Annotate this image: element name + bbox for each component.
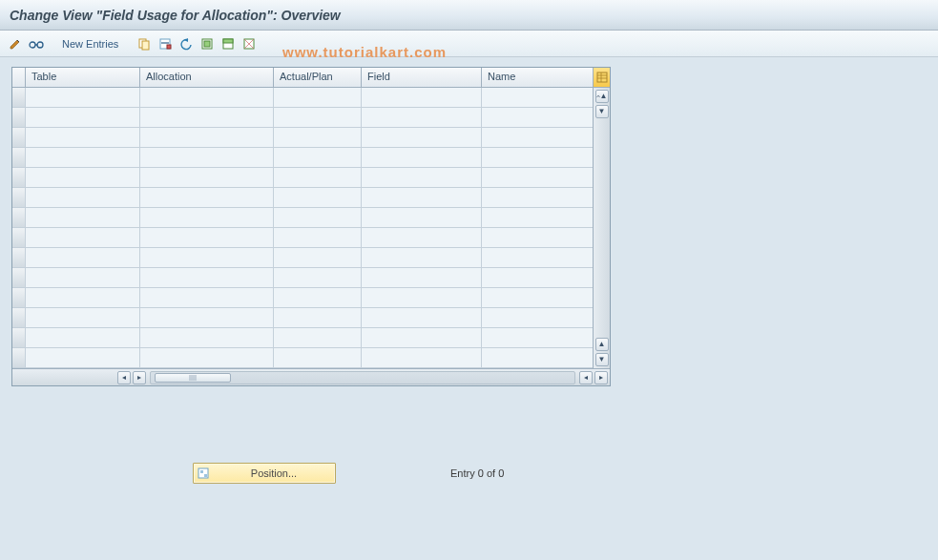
table-cell[interactable] (274, 288, 362, 308)
table-cell[interactable] (140, 208, 274, 228)
table-cell[interactable] (362, 348, 482, 368)
table-cell[interactable] (26, 288, 140, 308)
table-cell[interactable] (140, 188, 274, 208)
table-cell[interactable] (362, 148, 482, 168)
col-header-allocation[interactable]: Allocation (140, 68, 274, 87)
vertical-scrollbar[interactable]: ▲ ▼ ▲ ▼ (593, 88, 610, 368)
col-header-actual-plan[interactable]: Actual/Plan (274, 68, 362, 87)
table-cell[interactable] (26, 308, 140, 328)
hscroll-track[interactable] (150, 371, 575, 384)
table-cell[interactable] (362, 248, 482, 268)
toggle-display-change-button[interactable] (6, 34, 25, 53)
table-cell[interactable] (482, 128, 593, 148)
table-cell[interactable] (140, 108, 274, 128)
table-cell[interactable] (362, 288, 482, 308)
table-cell[interactable] (362, 228, 482, 248)
scroll-left-button[interactable]: ▸ (133, 371, 146, 384)
table-cell[interactable] (274, 108, 362, 128)
table-cell[interactable] (482, 328, 593, 348)
table-cell[interactable] (362, 208, 482, 228)
table-cell[interactable] (140, 88, 274, 108)
row-selector[interactable] (12, 268, 26, 288)
table-cell[interactable] (274, 228, 362, 248)
table-cell[interactable] (274, 168, 362, 188)
table-cell[interactable] (274, 268, 362, 288)
deselect-all-button[interactable] (240, 34, 259, 53)
row-selector[interactable] (12, 208, 26, 228)
table-cell[interactable] (140, 168, 274, 188)
table-cell[interactable] (26, 108, 140, 128)
col-header-field[interactable]: Field (362, 68, 482, 87)
table-cell[interactable] (482, 308, 593, 328)
table-cell[interactable] (362, 128, 482, 148)
row-selector[interactable] (12, 128, 26, 148)
table-cell[interactable] (274, 348, 362, 368)
row-selector[interactable] (12, 328, 26, 348)
table-cell[interactable] (482, 168, 593, 188)
table-cell[interactable] (26, 168, 140, 188)
scroll-up-button[interactable]: ▼ (595, 105, 609, 118)
table-cell[interactable] (26, 188, 140, 208)
table-cell[interactable] (482, 148, 593, 168)
row-selector[interactable] (12, 288, 26, 308)
table-cell[interactable] (362, 268, 482, 288)
table-cell[interactable] (140, 308, 274, 328)
scroll-down-button[interactable]: ▲ (595, 338, 609, 351)
table-cell[interactable] (26, 208, 140, 228)
table-cell[interactable] (140, 148, 274, 168)
table-cell[interactable] (482, 88, 593, 108)
table-cell[interactable] (482, 188, 593, 208)
scroll-right-button[interactable]: ◂ (579, 371, 593, 384)
table-cell[interactable] (274, 188, 362, 208)
glasses-icon-button[interactable] (27, 34, 46, 53)
table-cell[interactable] (482, 288, 593, 308)
scroll-top-button[interactable]: ▲ (595, 90, 609, 103)
table-cell[interactable] (140, 288, 274, 308)
row-selector-header[interactable] (12, 68, 26, 87)
col-header-table[interactable]: Table (26, 68, 140, 87)
table-cell[interactable] (482, 248, 593, 268)
table-cell[interactable] (26, 88, 140, 108)
table-cell[interactable] (140, 128, 274, 148)
select-all-button[interactable] (198, 34, 217, 53)
table-cell[interactable] (274, 308, 362, 328)
col-header-name[interactable]: Name (482, 68, 593, 87)
row-selector[interactable] (12, 248, 26, 268)
table-cell[interactable] (26, 128, 140, 148)
table-configure-button[interactable] (593, 68, 610, 87)
table-cell[interactable] (140, 228, 274, 248)
table-cell[interactable] (26, 268, 140, 288)
delete-button[interactable] (156, 34, 175, 53)
table-cell[interactable] (482, 208, 593, 228)
table-cell[interactable] (26, 348, 140, 368)
table-cell[interactable] (482, 268, 593, 288)
row-selector[interactable] (12, 88, 26, 108)
select-block-button[interactable] (219, 34, 238, 53)
table-cell[interactable] (26, 228, 140, 248)
horizontal-scrollbar[interactable]: ◂ ▸ ◂ ▸ (12, 368, 610, 385)
table-cell[interactable] (140, 248, 274, 268)
table-cell[interactable] (362, 168, 482, 188)
table-cell[interactable] (362, 328, 482, 348)
row-selector[interactable] (12, 148, 26, 168)
scroll-far-left-button[interactable]: ◂ (117, 371, 131, 384)
scroll-far-right-button[interactable]: ▸ (594, 371, 608, 384)
table-cell[interactable] (274, 208, 362, 228)
table-cell[interactable] (140, 348, 274, 368)
row-selector[interactable] (12, 168, 26, 188)
table-cell[interactable] (26, 248, 140, 268)
position-button[interactable]: Position... (193, 463, 336, 484)
row-selector[interactable] (12, 228, 26, 248)
undo-change-button[interactable] (177, 34, 196, 53)
row-selector[interactable] (12, 108, 26, 128)
table-cell[interactable] (140, 268, 274, 288)
table-cell[interactable] (482, 228, 593, 248)
table-cell[interactable] (274, 88, 362, 108)
new-entries-button[interactable]: New Entries (55, 34, 125, 53)
row-selector[interactable] (12, 188, 26, 208)
table-cell[interactable] (274, 248, 362, 268)
hscroll-thumb[interactable] (155, 373, 231, 383)
table-cell[interactable] (362, 108, 482, 128)
table-cell[interactable] (274, 148, 362, 168)
table-cell[interactable] (274, 328, 362, 348)
